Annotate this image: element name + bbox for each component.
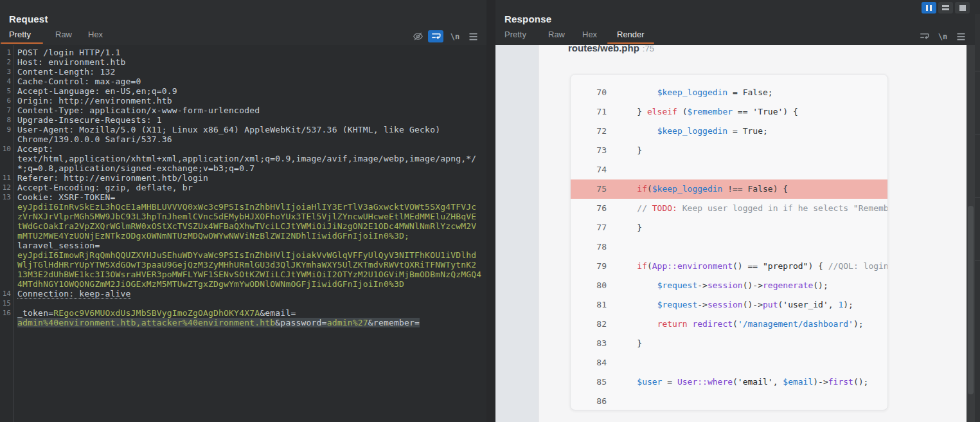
request-text: Accept-Encoding: gzip, deflate, br	[17, 183, 193, 192]
request-line: tWdGcOakIra2VpZXQrWGlmRW0xOStXcTVSZUx4WF…	[0, 221, 486, 231]
response-tab-raw[interactable]: Raw	[548, 30, 565, 44]
response-panel-title: Response	[504, 14, 551, 24]
line-number: 8	[0, 115, 11, 125]
panel-splitter[interactable]	[486, 0, 495, 422]
request-text: 13M3E2dUhBWE1kc3I3OWsraHVER3poMWFLYWF1SE…	[17, 270, 481, 279]
request-line: 4Cache-Control: max-age=0	[0, 77, 486, 86]
line-number: 9	[0, 125, 11, 134]
request-text: Host: environment.htb	[17, 57, 126, 67]
request-text-selected: admin%40environment.htb,attacker%40envir…	[17, 318, 420, 327]
code-text: }	[617, 218, 642, 237]
layout-rows-button[interactable]	[938, 2, 953, 14]
rows-bar	[942, 8, 949, 10]
code-line: 85 $user = User::where('email', $email)-…	[571, 372, 888, 392]
code-line-number: 73	[571, 141, 607, 160]
response-panel: Response Pretty Raw Hex Render \n	[495, 0, 980, 422]
request-text: eyJpdiI6InRvSkEzL3hQcE1aMHBLUVVVQ0xWc3c9…	[17, 202, 476, 212]
code-line: 81 $request->session()->put('user_id', 1…	[571, 295, 888, 315]
request-line: admin%40environment.htb,attacker%40envir…	[0, 318, 486, 327]
request-text: Accept-Language: en-US,en;q=0.9	[17, 86, 177, 96]
line-number: 11	[0, 173, 11, 183]
request-tabbar: Pretty Raw Hex \n	[0, 30, 486, 45]
request-panel-title: Request	[9, 14, 48, 24]
request-text: tWdGcOakIra2VpZXQrWGlmRW0xOStXcTVSZUx4WF…	[17, 221, 476, 231]
request-editor[interactable]: 1POST /login HTTP/1.12Host: environment.…	[0, 45, 486, 422]
code-line-number: 78	[571, 237, 607, 257]
request-line: *;q=0.8,application/signed-exchange;v=b3…	[0, 163, 486, 173]
collapsed-inspector-strip-top	[975, 14, 980, 45]
line-number: 4	[0, 77, 11, 86]
code-line-number: 70	[571, 83, 607, 102]
response-newline-chars-toggle[interactable]: \n	[935, 30, 950, 42]
code-line: 72 $keep_loggedin = True;	[571, 122, 888, 141]
soft-wrap-toggle[interactable]	[428, 30, 443, 42]
request-tab-raw[interactable]: Raw	[55, 30, 72, 44]
request-line: laravel_session=	[0, 241, 486, 250]
code-line-number: 75	[571, 179, 607, 199]
request-text: WljTGlHdHRrYUpYTW5XdGOwT3paaU9GejQzM3ZyM…	[17, 260, 476, 270]
code-snippet-card: 70 $keep_loggedin = False;71 } elseif ($…	[570, 74, 888, 410]
response-scrollbar-thumb[interactable]	[968, 206, 974, 394]
code-line: 80 $request->session()->regenerate();	[571, 276, 888, 295]
file-path-label: routes/web.php	[568, 45, 639, 53]
rows-bar	[942, 5, 949, 7]
code-text: $user = User::where('email', $email)->fi…	[617, 372, 868, 392]
request-text: Origin: http://environment.htb	[17, 96, 172, 106]
strip-divider	[975, 134, 980, 134]
request-line: eyJpdiI6ImowRjRqQmhQQUZXVHJuSEhuWDYvaWc9…	[0, 250, 486, 260]
collapsed-inspector-strip[interactable]	[975, 45, 980, 422]
code-text: $keep_loggedin = False;	[617, 83, 773, 102]
request-tab-hex[interactable]: Hex	[88, 30, 103, 44]
code-text: $keep_loggedin = True;	[617, 122, 768, 141]
request-line: 8Upgrade-Insecure-Requests: 1	[0, 115, 486, 125]
response-menu-button[interactable]	[953, 30, 968, 42]
request-text: _token=REgoc9V6MUOxdUsJMbSBVygImoZgOAgDh…	[17, 308, 296, 318]
code-line-number: 79	[571, 257, 607, 276]
response-tabbar: Pretty Raw Hex Render \n	[495, 30, 980, 45]
layout-single-button[interactable]	[955, 2, 970, 14]
response-render-view: routes/web.php:75 70 $keep_loggedin = Fa…	[495, 45, 980, 422]
code-line-number: 81	[571, 295, 607, 315]
code-text: $request->session()->regenerate();	[617, 276, 828, 295]
request-tab-selected-underline	[1, 42, 43, 44]
request-menu-button[interactable]	[465, 30, 481, 42]
request-line: Chrome/139.0.0.0 Safari/537.36	[0, 134, 486, 144]
code-line-number: 86	[571, 392, 607, 410]
line-number: 1	[0, 48, 11, 57]
request-line: 5Accept-Language: en-US,en;q=0.9	[0, 86, 486, 96]
layout-columns-button[interactable]	[922, 2, 936, 14]
line-number: 12	[0, 183, 11, 192]
newline-chars-toggle[interactable]: \n	[447, 30, 463, 42]
response-tab-pretty[interactable]: Pretty	[504, 30, 526, 44]
code-line-number: 71	[571, 102, 607, 122]
line-number: 2	[0, 57, 11, 67]
response-tab-render[interactable]: Render	[617, 30, 645, 44]
request-panel: Request Pretty Raw Hex	[0, 0, 486, 422]
request-text: Content-Type: application/x-www-form-url…	[17, 106, 260, 115]
code-line: 74	[571, 160, 888, 179]
request-text: mMTU2MWE4YzUONjEzNTkzODgxOWNmNTUzMDQwOWY…	[17, 231, 409, 241]
request-line: WljTGlHdHRrYUpYTW5XdGOwT3paaU9GejQzM3ZyM…	[0, 260, 486, 270]
eye-slash-icon	[413, 31, 423, 42]
code-text: // TODO: Keep user logged in if he selec…	[617, 199, 888, 218]
request-line: zVrNXJrVlprMGh5MW9JbC93L3hpTnJhemlCVnc5d…	[0, 212, 486, 221]
response-soft-wrap-toggle[interactable]	[916, 30, 932, 42]
request-text: Cache-Control: max-age=0	[17, 77, 141, 86]
request-line: 13M3E2dUhBWE1kc3I3OWsraHVER3poMWFLYWF1SE…	[0, 270, 486, 279]
code-line: 71 } elseif ($remember == 'True') {	[571, 102, 888, 122]
response-tab-hex[interactable]: Hex	[582, 30, 597, 44]
request-text: Cookie: XSRF-TOKEN=	[17, 192, 116, 202]
request-line: 9User-Agent: Mozilla/5.0 (X11; Linux x86…	[0, 125, 486, 134]
pause-bar	[926, 5, 928, 11]
request-text: Referer: http://environment.htb/login	[17, 173, 208, 183]
code-line: 78	[571, 237, 888, 257]
pause-bar	[930, 5, 932, 11]
code-line-number: 85	[571, 372, 607, 392]
request-line: 6Origin: http://environment.htb	[0, 96, 486, 106]
line-number: 3	[0, 67, 11, 77]
line-number: 15	[0, 298, 11, 308]
code-text: $request->session()->put('user_id', 1);	[617, 295, 853, 315]
line-number: 13	[0, 192, 11, 202]
hide-nonprinting-icon[interactable]	[410, 30, 425, 42]
request-tab-pretty[interactable]: Pretty	[9, 30, 31, 44]
